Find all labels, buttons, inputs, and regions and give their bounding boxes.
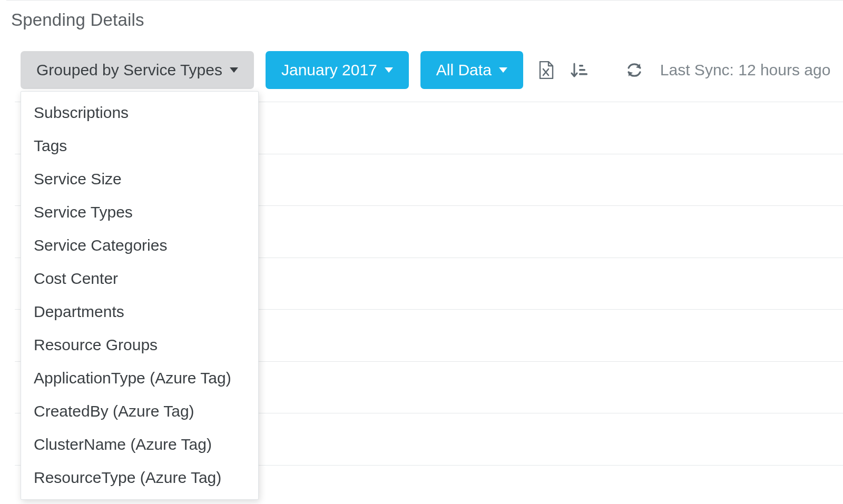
svg-marker-1 xyxy=(385,67,393,73)
date-range-label: January 2017 xyxy=(281,61,377,79)
toolbar: Grouped by Service Types January 2017 Al… xyxy=(21,51,830,89)
group-by-option-clustername-tag[interactable]: ClusterName (Azure Tag) xyxy=(21,428,258,461)
group-by-option-service-size[interactable]: Service Size xyxy=(21,162,258,195)
svg-marker-2 xyxy=(499,67,507,73)
group-by-option-resource-groups[interactable]: Resource Groups xyxy=(21,328,258,361)
group-by-option-subscriptions[interactable]: Subscriptions xyxy=(21,96,258,129)
group-by-option-service-categories[interactable]: Service Categories xyxy=(21,229,258,262)
group-by-option-createdby-tag[interactable]: CreatedBy (Azure Tag) xyxy=(21,394,258,428)
last-sync-text: Last Sync: 12 hours ago xyxy=(660,61,831,79)
caret-down-icon xyxy=(385,67,393,73)
svg-marker-0 xyxy=(230,67,238,73)
svg-rect-5 xyxy=(579,73,587,75)
export-excel-icon[interactable] xyxy=(535,59,557,81)
group-by-option-tags[interactable]: Tags xyxy=(21,129,258,162)
data-filter-label: All Data xyxy=(436,61,492,79)
group-by-label: Grouped by Service Types xyxy=(36,61,222,79)
group-by-option-cost-center[interactable]: Cost Center xyxy=(21,262,258,295)
group-by-option-departments[interactable]: Departments xyxy=(21,295,258,328)
page-title: Spending Details xyxy=(11,10,144,30)
data-filter-dropdown-button[interactable]: All Data xyxy=(420,51,523,89)
sort-icon[interactable] xyxy=(568,59,591,81)
group-by-dropdown-button[interactable]: Grouped by Service Types xyxy=(21,51,254,89)
svg-rect-3 xyxy=(579,65,583,67)
date-range-dropdown-button[interactable]: January 2017 xyxy=(266,51,409,89)
caret-down-icon xyxy=(499,67,507,73)
group-by-option-resourcetype-tag[interactable]: ResourceType (Azure Tag) xyxy=(21,461,258,494)
svg-rect-4 xyxy=(579,69,585,71)
group-by-option-service-types[interactable]: Service Types xyxy=(21,195,258,229)
group-by-dropdown-menu: Subscriptions Tags Service Size Service … xyxy=(21,91,259,500)
group-by-option-applicationtype-tag[interactable]: ApplicationType (Azure Tag) xyxy=(21,361,258,394)
caret-down-icon xyxy=(230,67,238,73)
refresh-icon[interactable] xyxy=(623,59,645,81)
